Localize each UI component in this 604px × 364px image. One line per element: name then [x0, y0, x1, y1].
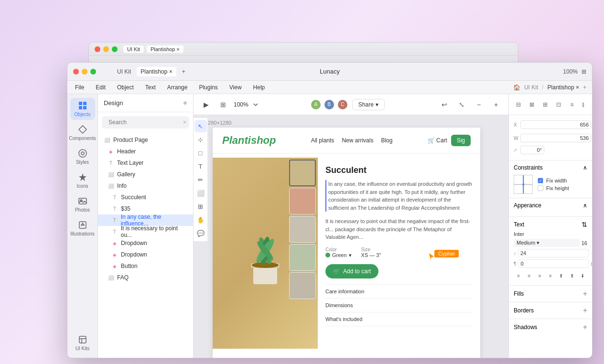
back-close-btn[interactable] [95, 46, 100, 52]
expand-btn[interactable]: ⤡ [455, 98, 468, 111]
appearance-collapse[interactable]: ∧ [583, 202, 587, 209]
layer-gallery[interactable]: ⬜ Gallery [98, 169, 193, 180]
sidebar-item-photos[interactable]: Photos [70, 193, 95, 215]
sidebar-item-icons[interactable]: Icons [70, 170, 95, 192]
fix-width-checkbox[interactable]: ✓ [538, 178, 543, 183]
search-input[interactable] [108, 119, 180, 126]
color-chevron[interactable]: ▾ [349, 252, 352, 258]
layer-info[interactable]: ⬜ Info [98, 180, 193, 192]
line-height-input[interactable] [518, 249, 589, 257]
back-tab-uikit[interactable]: UI Kit [123, 45, 144, 53]
fix-height-checkbox[interactable] [538, 185, 543, 191]
sign-btn[interactable]: Sig [451, 135, 471, 146]
search-clear[interactable]: × [183, 119, 186, 126]
menu-edit[interactable]: Edit [94, 83, 108, 92]
layer-desc1[interactable]: T In any case, the influence... [98, 214, 193, 226]
text-tool[interactable]: T [194, 160, 207, 172]
minimize-btn[interactable] [82, 69, 87, 75]
layer-succulent[interactable]: T Succulent [98, 192, 193, 203]
fills-add-btn[interactable]: + [583, 289, 587, 298]
thumb-3[interactable] [289, 216, 316, 243]
menu-text[interactable]: Text [143, 83, 158, 92]
w-input[interactable] [520, 134, 591, 142]
layer-faq[interactable]: ⬜ FAQ [98, 272, 193, 283]
hand-tool[interactable]: ✋ [194, 214, 207, 226]
menu-file[interactable]: File [73, 83, 86, 92]
pen-tool[interactable]: ✏ [194, 173, 207, 186]
back-tab-plantishop[interactable]: Plantishop × [147, 45, 183, 53]
canvas-area[interactable]: ▶ ⊞ 100% A B C Share ▾ [194, 94, 508, 358]
breadcrumb-add[interactable]: + [583, 84, 586, 91]
text-align-center[interactable]: ≡ [524, 270, 534, 281]
crop-tool[interactable]: ⊹ [194, 133, 207, 146]
layer-product-page[interactable]: ⬜ Product Page [98, 134, 193, 146]
grid-btn[interactable]: ⊞ [216, 98, 230, 111]
dist-h[interactable]: ⫿ [578, 99, 589, 110]
tab-uikit[interactable]: UI Kit [113, 67, 135, 76]
rect-tool[interactable]: □ [194, 147, 207, 159]
layer-desc2[interactable]: T It is necessary to point ou... [98, 226, 193, 237]
layer-price[interactable]: T $35 [98, 203, 193, 214]
sidebar-item-uikits[interactable]: UI Kits [70, 332, 95, 354]
search-box[interactable]: × [102, 116, 189, 128]
menu-help[interactable]: Help [251, 83, 267, 92]
whats-included[interactable]: What's included [325, 312, 473, 326]
text-align-left[interactable]: ≡ [514, 270, 523, 281]
nav-blog[interactable]: Blog [381, 137, 392, 144]
x-input[interactable] [520, 120, 591, 129]
layer-button[interactable]: ◈ Button [98, 260, 193, 272]
shadows-add-btn[interactable]: + [583, 323, 587, 332]
layer-header[interactable]: ◈ Header [98, 146, 193, 157]
layer-text-layer[interactable]: T Text Layer [98, 157, 193, 169]
align-left[interactable]: ⊟ [513, 99, 524, 110]
layer-dropdown1[interactable]: ◈ Dropdown [98, 237, 193, 249]
undo-btn[interactable]: ↩ [438, 98, 451, 111]
cart-btn[interactable]: 🛒 Cart [428, 137, 447, 144]
text-valign-middle[interactable]: ⬆ [567, 270, 576, 281]
breadcrumb-plantishop[interactable]: Plantishop × [548, 84, 579, 91]
fix-width-option[interactable]: ✓ Fix width [538, 178, 569, 183]
menu-view[interactable]: View [227, 83, 244, 92]
para-spacing-input[interactable] [518, 259, 589, 268]
tab-add[interactable]: + [178, 67, 189, 76]
dimensions[interactable]: Dimensions [325, 299, 473, 312]
sidebar-item-components[interactable]: Components [70, 122, 95, 144]
align-center[interactable]: ⊠ [526, 99, 538, 110]
back-maximize-btn[interactable] [112, 46, 118, 52]
minus-btn[interactable]: − [472, 98, 485, 111]
nav-all-plants[interactable]: All plants [311, 137, 334, 144]
text-align-right[interactable]: ≡ [535, 270, 545, 281]
align-right[interactable]: ⊞ [539, 99, 551, 110]
comment-tool[interactable]: 💬 [194, 227, 207, 239]
menu-object[interactable]: Object [115, 83, 136, 92]
r-input[interactable] [520, 146, 544, 154]
dist-v[interactable]: ≡ [591, 99, 592, 110]
zoom-chevron[interactable] [252, 101, 259, 108]
constraints-collapse[interactable]: ∧ [583, 164, 587, 171]
select-tool[interactable]: ↖ [194, 120, 207, 132]
share-button[interactable]: Share ▾ [352, 99, 385, 110]
close-btn[interactable] [73, 69, 79, 75]
align-middle[interactable]: ≡ [566, 99, 578, 110]
maximize-btn[interactable] [90, 69, 96, 75]
image-tool[interactable]: ⬜ [194, 187, 207, 199]
thumb-4[interactable] [289, 244, 316, 271]
fix-height-option[interactable]: Fix height [538, 185, 569, 191]
tab-plantishop[interactable]: Plantishop × [137, 67, 176, 76]
nav-new-arrivals[interactable]: New arrivals [342, 137, 373, 144]
menu-plugins[interactable]: Plugins [197, 83, 219, 92]
add-to-cart-btn[interactable]: 🛒 Add to cart [325, 264, 378, 278]
text-valign-bottom[interactable]: ⬇ [578, 270, 587, 281]
text-options-icon[interactable]: ⇅ [582, 221, 587, 228]
panel-add-icon[interactable]: + [183, 99, 187, 107]
sidebar-item-styles[interactable]: Styles [70, 146, 95, 168]
align-top[interactable]: ⊡ [553, 99, 564, 110]
home-icon[interactable]: 🏠 [513, 84, 520, 91]
play-btn[interactable]: ▶ [199, 98, 213, 111]
thumb-1[interactable] [289, 160, 316, 186]
thumb-2[interactable] [289, 188, 316, 214]
plus-btn[interactable]: + [489, 98, 503, 111]
sidebar-item-illustrations[interactable]: Illustrations [70, 217, 95, 239]
component-tool[interactable]: ⊞ [194, 200, 207, 213]
breadcrumb-uikit[interactable]: UI Kit [524, 84, 538, 91]
